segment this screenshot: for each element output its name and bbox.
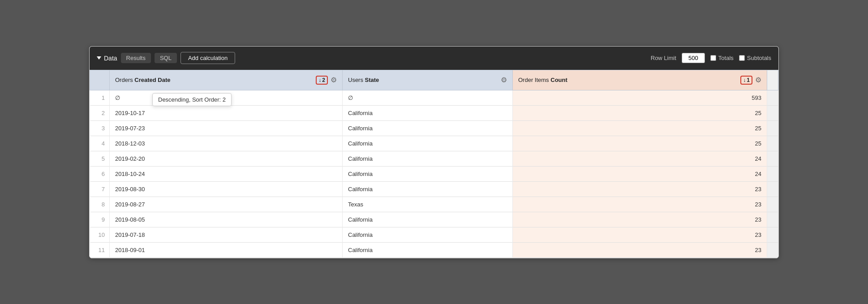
table-body: 1 ∅ ∅ 593 2 2019-10-17 California 25 3 2… [90, 90, 778, 257]
created-date-header[interactable]: Orders Created Date ↓ 2 ⚙ [110, 70, 343, 90]
row-num-cell: 2 [90, 105, 110, 120]
sort-order-2: 2 [322, 77, 325, 83]
scrollbar-cell [767, 136, 778, 151]
main-container: Data Results SQL Add calculation Row Lim… [89, 46, 779, 258]
order-items-count-cell: 23 [513, 181, 767, 197]
table-row: 2 2019-10-17 California 25 [90, 105, 778, 120]
created-date-cell: 2019-08-30 [110, 181, 343, 197]
users-state-cell: California [343, 120, 513, 136]
tab-sql[interactable]: SQL [155, 53, 177, 63]
scrollbar-cell [767, 105, 778, 120]
order-items-count-cell: 25 [513, 120, 767, 136]
users-state-cell: Texas [343, 197, 513, 212]
subtotals-checkbox[interactable] [739, 55, 745, 61]
scrollbar-cell [767, 197, 778, 212]
tab-results[interactable]: Results [121, 53, 151, 63]
created-date-title: Orders Created Date [115, 77, 171, 83]
created-date-cell: 2019-07-18 [110, 227, 343, 242]
order-items-count-cell: 23 [513, 227, 767, 242]
add-calculation-button[interactable]: Add calculation [180, 52, 235, 64]
row-num-cell: 10 [90, 227, 110, 242]
subtotals-checkbox-label[interactable]: Subtotals [739, 55, 771, 61]
scrollbar-cell [767, 120, 778, 136]
order-items-count-actions: ↓ 1 ⚙ [740, 76, 761, 85]
users-state-cell: California [343, 227, 513, 242]
scrollbar-cell [767, 227, 778, 242]
row-num-cell: 7 [90, 181, 110, 197]
row-num-cell: 4 [90, 136, 110, 151]
order-items-count-header[interactable]: Order Items Count ↓ 1 ⚙ [513, 70, 767, 90]
row-num-cell: 9 [90, 212, 110, 227]
row-num-cell: 3 [90, 120, 110, 136]
order-items-gear-icon[interactable]: ⚙ [755, 76, 761, 84]
table-row: 9 2019-08-05 California 23 [90, 212, 778, 227]
created-date-cell: 2019-08-05 [110, 212, 343, 227]
order-items-sort-badge[interactable]: ↓ 1 [740, 76, 752, 85]
order-items-count-cell: 23 [513, 197, 767, 212]
order-items-count-title: Order Items Count [518, 77, 567, 83]
table-row: 1 ∅ ∅ 593 [90, 90, 778, 105]
order-items-count-cell: 23 [513, 212, 767, 227]
users-state-cell: California [343, 181, 513, 197]
toolbar: Data Results SQL Add calculation Row Lim… [90, 47, 778, 70]
created-date-cell: 2019-02-20 [110, 151, 343, 166]
users-state-cell: California [343, 212, 513, 227]
created-date-cell: 2019-07-23 [110, 120, 343, 136]
data-label: Data [104, 55, 117, 62]
sort-order-1: 1 [747, 77, 750, 83]
created-date-cell: 2018-09-01 [110, 242, 343, 257]
table-area: Descending, Sort Order: 2 Orders Created… [90, 70, 778, 258]
order-items-count-cell: 23 [513, 242, 767, 257]
users-state-title: Users State [348, 77, 379, 83]
users-state-cell: California [343, 136, 513, 151]
row-num-header [90, 70, 110, 90]
totals-label: Totals [718, 55, 734, 61]
scrollbar-cell [767, 212, 778, 227]
created-date-cell: 2018-12-03 [110, 136, 343, 151]
row-num-cell: 1 [90, 90, 110, 105]
order-items-count-cell: 593 [513, 90, 767, 105]
sort-down-icon: ↓ [318, 77, 321, 83]
row-num-cell: 5 [90, 151, 110, 166]
created-date-cell: 2019-08-27 [110, 197, 343, 212]
users-state-cell: California [343, 242, 513, 257]
toolbar-right: Row Limit Totals Subtotals [651, 53, 771, 63]
table-row: 4 2018-12-03 California 25 [90, 136, 778, 151]
users-state-cell: California [343, 105, 513, 120]
scrollbar-cell [767, 166, 778, 181]
data-table: Orders Created Date ↓ 2 ⚙ [90, 70, 778, 258]
created-date-cell: 2018-10-24 [110, 166, 343, 181]
table-row: 8 2019-08-27 Texas 23 [90, 197, 778, 212]
row-limit-label: Row Limit [651, 55, 676, 61]
subtotals-label: Subtotals [747, 55, 771, 61]
order-items-count-cell: 25 [513, 105, 767, 120]
order-items-count-cell: 25 [513, 136, 767, 151]
table-row: 3 2019-07-23 California 25 [90, 120, 778, 136]
row-limit-input[interactable] [682, 53, 705, 63]
created-date-sort-badge[interactable]: ↓ 2 [316, 76, 328, 85]
users-state-cell: California [343, 151, 513, 166]
data-toggle[interactable]: Data [97, 55, 117, 62]
users-state-header[interactable]: Users State ⚙ [343, 70, 513, 90]
created-date-gear-icon[interactable]: ⚙ [331, 76, 337, 84]
row-num-cell: 11 [90, 242, 110, 257]
row-num-cell: 6 [90, 166, 110, 181]
scrollbar-cell [767, 181, 778, 197]
row-num-cell: 8 [90, 197, 110, 212]
totals-checkbox-label[interactable]: Totals [710, 55, 734, 61]
users-state-gear-icon[interactable]: ⚙ [501, 76, 507, 84]
scrollbar-header [767, 70, 778, 90]
created-date-cell: 2019-10-17 [110, 105, 343, 120]
table-row: 5 2019-02-20 California 24 [90, 151, 778, 166]
triangle-icon [97, 56, 101, 60]
scrollbar-cell [767, 242, 778, 257]
table-row: 6 2018-10-24 California 24 [90, 166, 778, 181]
created-date-cell: ∅ [110, 90, 343, 105]
table-header-row: Orders Created Date ↓ 2 ⚙ [90, 70, 778, 90]
table-row: 7 2019-08-30 California 23 [90, 181, 778, 197]
order-items-count-cell: 24 [513, 166, 767, 181]
totals-checkbox[interactable] [710, 55, 716, 61]
toolbar-left: Data Results SQL Add calculation [97, 52, 647, 64]
users-state-cell: California [343, 166, 513, 181]
created-date-actions: ↓ 2 ⚙ [316, 76, 337, 85]
